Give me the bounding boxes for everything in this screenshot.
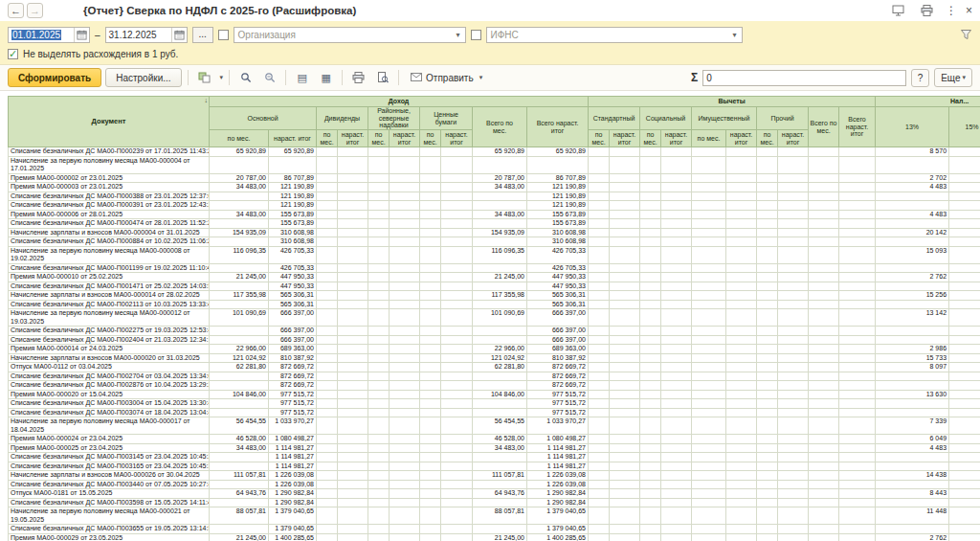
value-cell[interactable]: 1 226 039,08 xyxy=(527,480,589,489)
column-header-regional-allowances[interactable]: Районные, северные надбавки xyxy=(368,107,420,130)
value-cell[interactable] xyxy=(210,219,269,229)
table-row[interactable]: Начисление за первую половину месяца МА0… xyxy=(9,246,980,263)
document-cell[interactable]: Премия МА00-000014 от 24.03.2025 xyxy=(9,345,210,354)
value-cell[interactable] xyxy=(317,353,338,363)
value-cell[interactable] xyxy=(610,345,640,354)
value-cell[interactable]: 977 515,72 xyxy=(269,399,317,409)
value-cell[interactable] xyxy=(441,353,473,363)
document-cell[interactable]: Премия МА00-000024 от 23.04.2025 xyxy=(9,435,210,444)
value-cell[interactable] xyxy=(692,471,726,481)
value-cell[interactable] xyxy=(338,417,368,435)
value-cell[interactable] xyxy=(839,443,876,453)
value-cell[interactable] xyxy=(809,353,839,363)
value-cell[interactable] xyxy=(839,309,876,327)
value-cell[interactable] xyxy=(610,480,640,489)
value-cell[interactable] xyxy=(610,471,640,481)
value-cell[interactable]: 810 387,92 xyxy=(269,353,317,363)
value-cell[interactable]: 565 306,31 xyxy=(269,300,317,309)
value-cell[interactable] xyxy=(338,453,368,462)
value-cell[interactable] xyxy=(390,462,420,471)
value-cell[interactable] xyxy=(338,462,368,471)
value-cell[interactable] xyxy=(949,173,980,183)
value-cell[interactable] xyxy=(589,435,610,444)
value-cell[interactable] xyxy=(589,381,610,391)
value-cell[interactable]: 104 846,00 xyxy=(210,390,269,399)
value-cell[interactable] xyxy=(839,408,876,417)
value-cell[interactable]: 1 226 039,08 xyxy=(527,471,589,481)
value-cell[interactable] xyxy=(778,507,809,525)
value-cell[interactable] xyxy=(390,237,420,247)
value-cell[interactable] xyxy=(778,471,809,481)
value-cell[interactable] xyxy=(390,201,420,211)
value-cell[interactable] xyxy=(778,291,809,301)
value-cell[interactable] xyxy=(589,462,610,471)
column-header-standard-deduction[interactable]: Стандартный xyxy=(589,107,640,130)
value-cell[interactable] xyxy=(441,309,473,327)
value-cell[interactable] xyxy=(778,219,809,229)
value-cell[interactable] xyxy=(640,300,661,309)
value-cell[interactable] xyxy=(390,381,420,391)
value-cell[interactable] xyxy=(692,408,726,417)
value-cell[interactable] xyxy=(368,363,390,372)
table-row[interactable]: Списание безналичных ДС МА00-П002113 от … xyxy=(9,300,980,309)
value-cell[interactable] xyxy=(661,480,692,489)
value-cell[interactable] xyxy=(949,147,980,157)
value-cell[interactable] xyxy=(610,147,640,157)
value-cell[interactable] xyxy=(589,273,610,282)
value-cell[interactable] xyxy=(589,147,610,157)
value-cell[interactable] xyxy=(368,525,390,534)
value-cell[interactable] xyxy=(473,408,527,417)
value-cell[interactable] xyxy=(809,210,839,219)
value-cell[interactable]: 1 379 040,65 xyxy=(269,525,317,534)
value-cell[interactable] xyxy=(420,273,441,282)
value-cell[interactable]: 666 397,00 xyxy=(527,327,589,336)
value-cell[interactable] xyxy=(441,525,473,534)
value-cell[interactable] xyxy=(390,480,420,489)
value-cell[interactable] xyxy=(610,173,640,183)
value-cell[interactable] xyxy=(368,390,390,399)
value-cell[interactable] xyxy=(610,201,640,211)
value-cell[interactable]: 116 096,35 xyxy=(473,246,527,263)
value-cell[interactable] xyxy=(390,345,420,354)
value-cell[interactable]: 64 943,76 xyxy=(210,489,269,499)
date-to-field[interactable]: 31.12.2025 xyxy=(105,27,188,43)
value-cell[interactable] xyxy=(368,192,390,201)
value-cell[interactable] xyxy=(726,309,757,327)
value-cell[interactable] xyxy=(420,525,441,534)
value-cell[interactable] xyxy=(317,507,338,525)
value-cell[interactable] xyxy=(610,408,640,417)
value-cell[interactable] xyxy=(338,443,368,453)
column-header-securities[interactable]: Ценные бумаги xyxy=(420,107,473,130)
value-cell[interactable] xyxy=(839,390,876,399)
column-header-main-income[interactable]: Основной xyxy=(210,107,317,130)
value-cell[interactable] xyxy=(441,399,473,409)
value-cell[interactable] xyxy=(757,201,778,211)
no-highlight-checkbox[interactable]: ✓ xyxy=(8,49,18,59)
value-cell[interactable] xyxy=(420,210,441,219)
value-cell[interactable]: 2 762 xyxy=(876,273,949,282)
value-cell[interactable] xyxy=(368,408,390,417)
value-cell[interactable]: 34 483,00 xyxy=(473,443,527,453)
value-cell[interactable] xyxy=(692,156,726,173)
value-cell[interactable] xyxy=(317,291,338,301)
value-cell[interactable] xyxy=(640,173,661,183)
column-header-income-total-month[interactable]: Всего по мес. xyxy=(473,107,527,147)
value-cell[interactable] xyxy=(317,489,338,499)
value-cell[interactable] xyxy=(390,525,420,534)
value-cell[interactable] xyxy=(839,156,876,173)
value-cell[interactable] xyxy=(368,471,390,481)
value-cell[interactable]: 426 705,33 xyxy=(269,263,317,273)
column-header-tax-13[interactable]: 13% xyxy=(876,107,949,147)
value-cell[interactable] xyxy=(778,273,809,282)
value-cell[interactable] xyxy=(809,147,839,157)
value-cell[interactable]: 426 705,33 xyxy=(269,246,317,263)
value-cell[interactable] xyxy=(949,363,980,372)
value-cell[interactable] xyxy=(726,345,757,354)
value-cell[interactable] xyxy=(757,219,778,229)
value-cell[interactable] xyxy=(210,300,269,309)
value-cell[interactable] xyxy=(757,443,778,453)
value-cell[interactable] xyxy=(839,363,876,372)
value-cell[interactable] xyxy=(876,462,949,471)
value-cell[interactable] xyxy=(317,381,338,391)
document-cell[interactable]: Отпуск МА00-0181 от 15.05.2025 xyxy=(9,489,210,499)
